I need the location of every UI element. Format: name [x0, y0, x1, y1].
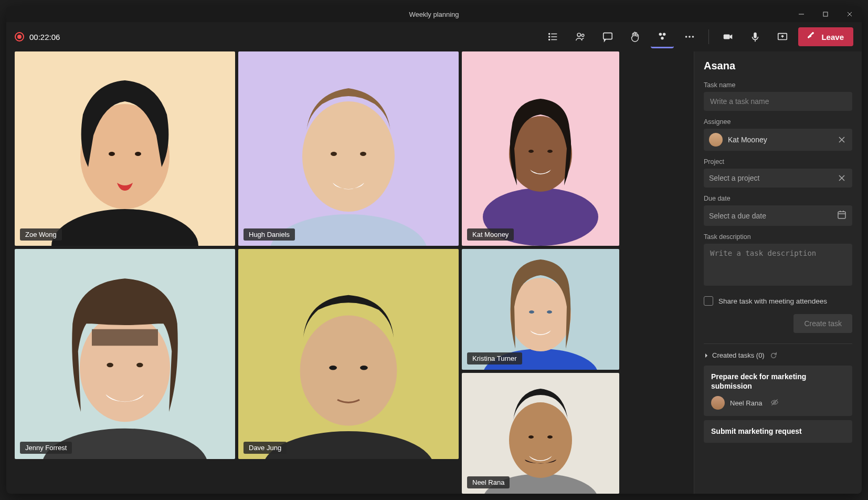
project-field[interactable]: Select a project — [704, 169, 852, 188]
svg-point-17 — [689, 36, 691, 38]
task-title: Submit marketing request — [711, 426, 845, 436]
participant-name-tag: Hugh Daniels — [244, 228, 295, 241]
description-input[interactable] — [704, 244, 852, 286]
clear-icon[interactable] — [837, 134, 847, 145]
rooms-icon[interactable] — [651, 25, 674, 48]
content-area: Zoe Wong Hugh Daniels Kat Mooney Jenny F… — [6, 51, 862, 494]
share-label: Share task with meeting attendees — [718, 297, 827, 305]
svg-point-29 — [331, 152, 337, 156]
svg-point-16 — [685, 36, 687, 38]
assignee-field[interactable]: Kat Mooney — [704, 129, 852, 151]
svg-point-34 — [547, 150, 553, 153]
task-name-label: Task name — [704, 81, 852, 89]
svg-point-15 — [661, 36, 664, 39]
due-date-placeholder: Select a due date — [709, 212, 766, 220]
video-tile[interactable]: Zoe Wong — [15, 51, 235, 246]
window-controls — [789, 6, 862, 22]
toolbar-divider — [708, 29, 709, 44]
svg-point-26 — [135, 152, 141, 156]
project-label: Project — [704, 158, 852, 165]
task-card[interactable]: Submit marketing request — [704, 420, 852, 442]
participant-name-tag: Dave Jung — [244, 442, 287, 454]
minimize-button[interactable] — [789, 6, 813, 22]
microphone-icon[interactable] — [744, 25, 767, 48]
svg-point-14 — [663, 33, 666, 36]
meeting-toolbar: 00:22:06 Leave — [6, 22, 862, 51]
created-tasks-label: Created tasks (0) — [712, 351, 765, 359]
video-tile[interactable]: Hugh Daniels — [238, 51, 459, 246]
leave-label: Leave — [821, 33, 844, 41]
video-tile[interactable]: Kristina Turner — [462, 249, 619, 370]
svg-point-25 — [109, 152, 115, 156]
participant-name-tag: Kat Mooney — [467, 228, 514, 241]
people-icon[interactable] — [569, 25, 592, 48]
participant-video — [462, 373, 619, 494]
participant-video — [15, 249, 235, 459]
video-tile[interactable]: Neel Rana — [462, 373, 619, 494]
svg-point-42 — [329, 366, 337, 370]
refresh-icon[interactable] — [770, 352, 777, 359]
more-icon[interactable] — [678, 25, 701, 48]
svg-point-49 — [509, 402, 572, 478]
participant-video — [462, 249, 619, 370]
chat-icon[interactable] — [596, 25, 619, 48]
project-placeholder: Select a project — [709, 174, 760, 182]
svg-point-47 — [547, 310, 552, 314]
chevron-right-icon — [704, 353, 709, 358]
raise-hand-icon[interactable] — [623, 25, 647, 48]
close-button[interactable] — [838, 6, 862, 22]
video-tile[interactable]: Jenny Forrest — [15, 249, 235, 459]
clear-icon[interactable] — [837, 173, 847, 183]
record-icon — [15, 32, 24, 41]
calendar-icon — [837, 210, 847, 222]
app-window: Weekly planning 00:22:06 — [6, 6, 862, 494]
maximize-button[interactable] — [813, 6, 838, 22]
avatar — [711, 396, 725, 410]
description-label: Task description — [704, 233, 852, 241]
task-assignee: Neel Rana — [730, 399, 762, 407]
task-title: Prepare deck for marketing submission — [711, 372, 845, 391]
due-date-field[interactable]: Select a due date — [704, 205, 852, 226]
svg-point-30 — [360, 152, 366, 156]
assignee-value: Kat Mooney — [728, 136, 767, 144]
task-card[interactable]: Prepare deck for marketing submission Ne… — [704, 366, 852, 416]
svg-point-4 — [549, 34, 550, 35]
created-tasks-header[interactable]: Created tasks (0) — [704, 351, 852, 359]
participant-video — [238, 51, 459, 246]
svg-point-28 — [302, 101, 395, 212]
due-date-label: Due date — [704, 195, 852, 202]
recording-indicator: 00:22:06 — [15, 32, 60, 41]
svg-point-50 — [528, 435, 534, 439]
video-tile[interactable]: Dave Jung — [238, 249, 459, 459]
svg-point-18 — [692, 36, 694, 38]
share-checkbox-row[interactable]: Share task with meeting attendees — [704, 296, 852, 306]
create-task-button[interactable]: Create task — [793, 314, 852, 333]
leave-button[interactable]: Leave — [798, 27, 853, 46]
svg-rect-19 — [724, 34, 730, 39]
asana-panel: Asana Task name Assignee Kat Mooney Proj… — [694, 51, 862, 494]
hangup-icon — [808, 32, 817, 41]
svg-rect-1 — [823, 12, 828, 16]
svg-point-33 — [528, 150, 534, 153]
participant-name-tag: Kristina Turner — [467, 352, 522, 364]
camera-icon[interactable] — [716, 25, 739, 48]
video-tile[interactable]: Kat Mooney — [462, 51, 619, 246]
task-assignee-row: Neel Rana — [711, 396, 845, 410]
participant-name-tag: Zoe Wong — [20, 228, 62, 241]
svg-rect-12 — [604, 33, 612, 39]
svg-point-41 — [300, 316, 397, 426]
share-screen-icon[interactable] — [771, 25, 794, 48]
svg-point-38 — [107, 363, 113, 367]
svg-point-10 — [577, 33, 580, 36]
list-icon[interactable] — [542, 25, 565, 48]
svg-rect-37 — [92, 329, 158, 346]
svg-point-8 — [549, 39, 550, 40]
svg-point-46 — [529, 310, 534, 314]
participant-video — [462, 51, 619, 246]
svg-rect-56 — [838, 212, 845, 218]
titlebar: Weekly planning — [6, 6, 862, 22]
avatar — [709, 133, 723, 147]
checkbox[interactable] — [704, 296, 713, 306]
svg-point-23 — [51, 209, 198, 246]
task-name-input[interactable] — [704, 92, 852, 111]
